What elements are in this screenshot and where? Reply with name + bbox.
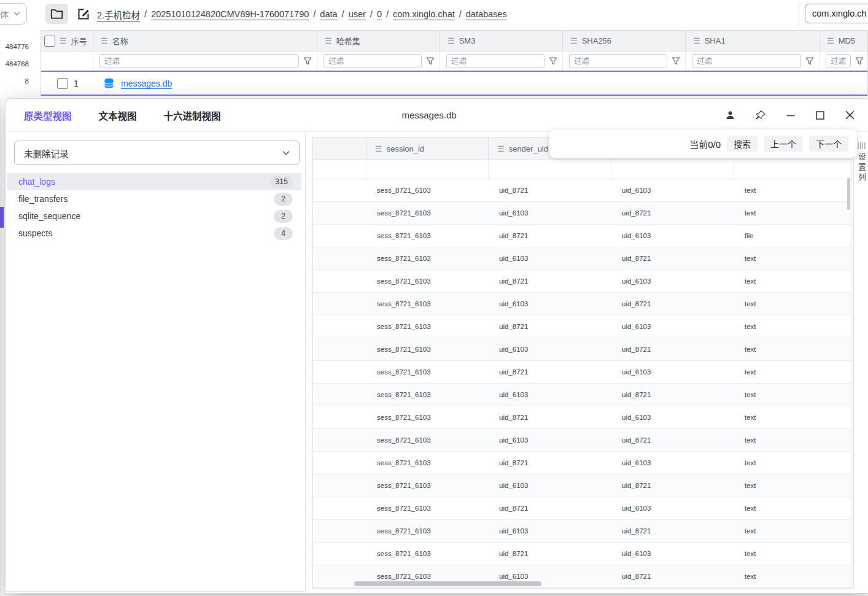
columns-icon xyxy=(857,142,866,150)
grid-row[interactable]: sess_8721_6103uid_6103uid_8721text xyxy=(313,520,851,543)
file-table-filter-row xyxy=(41,52,867,72)
cell-msg-type: text xyxy=(734,300,851,308)
file-table-header-cell[interactable]: ☰SHA256 xyxy=(562,31,685,51)
filter-input[interactable] xyxy=(99,54,299,68)
pin-icon[interactable] xyxy=(755,110,766,121)
package-path-input[interactable] xyxy=(805,4,868,23)
breadcrumb-item[interactable]: 0 xyxy=(377,9,382,19)
cell-sender-uid: uid_8721 xyxy=(488,414,611,421)
file-table-header-cell[interactable]: ☰MD5 xyxy=(819,31,868,51)
filter-input[interactable] xyxy=(692,54,801,68)
cell-sender-uid: uid_8721 xyxy=(488,505,611,512)
grid-row[interactable]: sess_8721_6103uid_8721uid_6103text xyxy=(313,497,851,520)
filter-cell xyxy=(562,52,685,71)
grid-row[interactable]: sess_8721_6103uid_8721uid_6103text xyxy=(313,270,851,293)
file-table-header: ☰ 序号 ☰名称☰哈希集☰SM3☰SHA256☰SHA1☰MD5 xyxy=(41,31,867,52)
grid-row[interactable]: sess_8721_6103uid_8721uid_6103text xyxy=(313,361,851,384)
grid-row[interactable]: sess_8721_6103uid_6103uid_8721text xyxy=(313,293,851,315)
minimize-icon[interactable] xyxy=(786,110,796,120)
cell-session-id: sess_8721_6103 xyxy=(366,209,488,217)
close-icon[interactable] xyxy=(845,110,855,120)
cell-sender-uid: uid_8721 xyxy=(488,323,611,330)
filter-input[interactable] xyxy=(569,54,667,68)
grid-row[interactable]: sess_8721_6103uid_8721uid_6103text xyxy=(313,406,851,429)
cell-session-id: sess_8721_6103 xyxy=(366,346,488,353)
filter-input[interactable] xyxy=(324,54,422,68)
file-table-header-cell-index: ☰ 序号 xyxy=(41,31,93,51)
row-checkbox[interactable] xyxy=(57,78,68,89)
records-grid: ☰ session_id ☰ sender_uid sess_8721_6103… xyxy=(312,137,851,589)
table-list-item[interactable]: file_transfers2 xyxy=(7,190,301,207)
user-icon[interactable] xyxy=(725,110,735,120)
column-label: SM3 xyxy=(459,36,476,45)
filter-input[interactable] xyxy=(446,54,544,68)
file-link[interactable]: messages.db xyxy=(121,79,172,88)
filter-input[interactable] xyxy=(826,54,851,68)
cell-msg-type: text xyxy=(734,346,851,353)
breadcrumb-item[interactable]: 2.手机检材 xyxy=(97,8,140,21)
record-filter-dropdown[interactable]: 未删除记录 xyxy=(14,141,300,165)
file-table-header-cell[interactable]: ☰SHA1 xyxy=(685,31,819,51)
table-list-item[interactable]: suspects4 xyxy=(7,225,301,242)
file-table-header-cell[interactable]: ☰SM3 xyxy=(440,31,562,51)
top-toolbar: 体 2.手机检材/20251010124820CMV89H-1760071790… xyxy=(0,0,868,29)
tab-active[interactable]: 原类型视图 xyxy=(24,109,72,122)
breadcrumb-item[interactable]: user xyxy=(349,9,366,19)
grid-row[interactable]: sess_8721_6103uid_6103uid_8721text xyxy=(313,338,851,361)
grid-row[interactable]: sess_8721_6103uid_6103uid_8721text xyxy=(313,384,851,406)
grid-row[interactable]: sess_8721_6103uid_8721uid_6103text xyxy=(313,588,851,589)
grid-row[interactable]: sess_8721_6103uid_8721uid_6103text xyxy=(313,315,851,338)
grid-row[interactable]: sess_8721_6103uid_8721uid_6103text xyxy=(313,179,851,202)
breadcrumb-item[interactable]: 20251010124820CMV89H-1760071790 xyxy=(151,9,309,19)
tab-view[interactable]: 文本视图 xyxy=(99,109,137,122)
cell-session-id: sess_8721_6103 xyxy=(366,573,488,580)
toolbar-divider xyxy=(799,2,799,26)
rail-number: 484768 xyxy=(0,59,29,69)
grid-header-session-id[interactable]: ☰ session_id xyxy=(366,137,488,160)
row-count-badge: 2 xyxy=(274,210,293,223)
maximize-icon[interactable] xyxy=(815,110,825,120)
breadcrumb: 2.手机检材/20251010124820CMV89H-1760071790/d… xyxy=(97,0,507,28)
column-label: 名称 xyxy=(112,35,128,47)
column-settings-strip[interactable]: 设置列 xyxy=(853,137,868,589)
breadcrumb-item[interactable]: data xyxy=(320,9,337,19)
cell-msg-type: text xyxy=(734,459,851,466)
left-edge-divider xyxy=(1,98,1,596)
previous-button[interactable]: 上一个 xyxy=(764,136,803,152)
left-edge-scroll-indicator[interactable] xyxy=(0,207,4,228)
search-button[interactable]: 搜索 xyxy=(727,136,758,152)
breadcrumb-item[interactable]: databases xyxy=(466,9,507,19)
breadcrumb-separator: / xyxy=(386,9,389,19)
file-table-header-cell[interactable]: ☰名称 xyxy=(93,31,317,51)
grid-row[interactable]: sess_8721_6103uid_8721uid_6103text xyxy=(313,543,851,565)
next-button[interactable]: 下一个 xyxy=(809,136,848,152)
grid-row[interactable]: sess_8721_6103uid_8721uid_6103file xyxy=(313,225,851,247)
grid-row[interactable]: sess_8721_6103uid_8721uid_6103text xyxy=(313,452,851,474)
cell-receiver-uid: uid_8721 xyxy=(611,573,734,580)
filter-funnel-icon xyxy=(303,57,312,66)
grid-row[interactable]: sess_8721_6103uid_6103uid_8721text xyxy=(313,474,851,497)
table-row[interactable]: 1 messages.db xyxy=(41,72,867,96)
grid-row[interactable]: sess_8721_6103uid_6103uid_8721text xyxy=(313,202,851,225)
edit-path-button[interactable] xyxy=(75,5,92,23)
horizontal-scrollbar-thumb[interactable] xyxy=(354,581,541,586)
corner-dropdown[interactable]: 体 xyxy=(0,3,27,25)
folder-view-button[interactable] xyxy=(45,4,68,24)
chevron-down-icon xyxy=(14,12,20,16)
table-list-item[interactable]: sqlite_sequence2 xyxy=(7,207,301,225)
cell-msg-type: text xyxy=(734,436,851,444)
select-all-checkbox[interactable] xyxy=(44,36,55,47)
tab-view[interactable]: 十六进制视图 xyxy=(164,109,221,122)
breadcrumb-separator: / xyxy=(144,9,147,19)
cell-sender-uid: uid_6103 xyxy=(488,527,611,535)
cell-msg-type: text xyxy=(734,277,851,285)
filter-cell xyxy=(685,52,819,71)
table-list-item[interactable]: chat_logs315 xyxy=(7,173,301,190)
grid-row[interactable]: sess_8721_6103uid_6103uid_8721text xyxy=(313,247,851,270)
file-table-header-cell[interactable]: ☰哈希集 xyxy=(317,31,440,51)
grid-row[interactable]: sess_8721_6103uid_6103uid_8721text xyxy=(313,429,851,452)
vertical-scrollbar-thumb[interactable] xyxy=(847,178,850,210)
breadcrumb-item[interactable]: com.xinglo.chat xyxy=(393,9,455,19)
filter-cell xyxy=(93,52,317,71)
cell-sender-uid: uid_6103 xyxy=(488,300,611,308)
